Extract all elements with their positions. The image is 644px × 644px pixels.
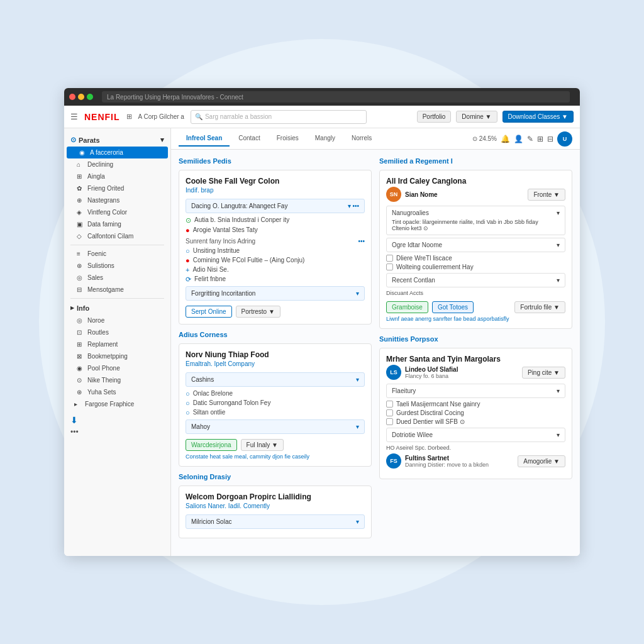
- sidebar-section-parats[interactable]: ⊙ Parats ▾: [64, 133, 170, 147]
- browser-url-bar[interactable]: La Reporting Using Herpa Innovafores - C…: [102, 91, 570, 103]
- sidebar-icon-17: ◉: [77, 365, 84, 372]
- cashins-field[interactable]: Cashins ▾: [186, 372, 365, 387]
- sidebar-item-0[interactable]: ◉ A facceroria: [67, 147, 168, 158]
- check-label-2: Arogie Vantal Stes Taty: [193, 226, 258, 233]
- checkbox-box-1[interactable]: [386, 255, 393, 262]
- tab-mangly[interactable]: Mangly: [308, 131, 343, 147]
- more-icon[interactable]: •••: [70, 428, 79, 436]
- tab-froisies[interactable]: Froisies: [269, 131, 306, 147]
- sidebar-info-section[interactable]: ▸ Info: [64, 301, 170, 314]
- browser-controls: [69, 94, 93, 100]
- sub-icon-2: ●: [186, 257, 190, 264]
- tab-infreol[interactable]: Infreol Sean: [179, 131, 230, 147]
- sidebar-label-3: Frieng Orited: [87, 185, 124, 192]
- card-welcom: Welcom Dorgoan Propirc Lialliding Salion…: [179, 486, 372, 538]
- sidebar-item-19[interactable]: ⊛ Yuha Sets: [64, 386, 170, 398]
- search-bar[interactable]: 🔍 Sarg narrable a bassion: [191, 110, 367, 124]
- nanugroalies-dropdown[interactable]: Nanugroalies ▾ Tint opacle: lilargeinmen…: [386, 206, 565, 235]
- flaeitury-expand: ▾: [557, 387, 560, 394]
- sidebar-item-4[interactable]: ⊕ Nastegrans: [64, 194, 170, 206]
- portfolio-btn[interactable]: Portfolio: [417, 111, 452, 123]
- user-icon[interactable]: 👤: [514, 135, 523, 143]
- recent-contlan-dropdown[interactable]: Recent Contlan ▾: [386, 273, 565, 287]
- avatar-fultins: FS: [386, 453, 401, 469]
- edit-icon[interactable]: ✎: [527, 135, 533, 143]
- close-btn[interactable]: [69, 94, 75, 100]
- download-icon[interactable]: ⬇: [70, 415, 164, 425]
- portresto-btn[interactable]: Portresto ▼: [236, 306, 280, 318]
- amogorlie-btn[interactable]: Amogorlie ▼: [518, 455, 565, 467]
- mrher-checkbox-2: Gurdest Disctiral Cocing: [386, 409, 565, 416]
- ogre-dropdown[interactable]: Ogre Idtar Noome ▾: [386, 238, 565, 252]
- mrher-checkbox-box-2[interactable]: [386, 409, 393, 416]
- search-placeholder: Sarg narrable a bassion: [205, 113, 272, 120]
- ping-cite-btn[interactable]: Ping cite ▼: [522, 367, 565, 379]
- tab-norrels[interactable]: Norrels: [344, 131, 379, 147]
- section-title-semilides: Semilides Pedis: [179, 157, 372, 165]
- sidebar-item-5[interactable]: ◈ Vintfeng Color: [64, 206, 170, 218]
- card-coole-title: Coole She Fall Vegr Colon: [186, 177, 365, 186]
- card-field-1[interactable]: Dacing O. Langutra: Ahangect Fay ▾ •••: [186, 199, 365, 213]
- sidebar-item-10[interactable]: ◎ Sales: [64, 272, 170, 284]
- app-header: ☰ NENFIL ⊞ A Corp Gilcher a 🔍 Sarg narra…: [64, 106, 580, 128]
- sidebar-item-15[interactable]: ⊞ Replament: [64, 338, 170, 350]
- card-caley-title: All Ird Caley Canglona: [386, 177, 565, 186]
- collapse-icon: ▸: [70, 304, 74, 312]
- sidebar-item-13[interactable]: ◎ Noroe: [64, 314, 170, 326]
- fortrulo-btn[interactable]: Fortrulo file ▼: [514, 301, 565, 313]
- hamburger-icon[interactable]: ☰: [70, 112, 78, 121]
- warcdes-btn[interactable]: Warcdesirjona: [186, 439, 237, 451]
- home-icon[interactable]: ⊞: [126, 113, 132, 121]
- sidebar-item-11[interactable]: ⊟ Mensotgame: [64, 284, 170, 296]
- mahoy-field[interactable]: Mahoy ▾: [186, 419, 365, 434]
- sidebar-item-18[interactable]: ⊙ Nike Theing: [64, 374, 170, 386]
- user-avatar[interactable]: U: [557, 131, 572, 147]
- sidebar-item-1[interactable]: ⌂ Declining: [64, 158, 170, 170]
- person-name-caley: Sian Nome: [405, 191, 438, 198]
- serpt-online-btn[interactable]: Serpt Online: [186, 306, 232, 318]
- check-items: ⊙ Autia b. Snia Industral i Conper ity ●…: [186, 216, 365, 234]
- sidebar-item-8[interactable]: ≡ Foenic: [64, 248, 170, 260]
- person-row-lindeo: LS Lindeo Uof Slafial Flancy fo. 6 bana …: [386, 365, 565, 380]
- sidebar-item-9[interactable]: ⊛ Sulistions: [64, 260, 170, 272]
- sidebar-item-16[interactable]: ⊠ Bookmetpping: [64, 350, 170, 362]
- dropdown-forgritting[interactable]: Forgritting Incoritantion ▾: [186, 286, 365, 301]
- mrher-checkbox-box-1[interactable]: [386, 401, 393, 408]
- sidebar-label-2: Aingla: [87, 173, 105, 180]
- gottotoes-btn[interactable]: Got Totoes: [432, 301, 474, 313]
- min-btn[interactable]: [78, 94, 84, 100]
- right-column: Semilied a Regement I All Ird Caley Cang…: [379, 157, 572, 545]
- fulinaly-btn[interactable]: Ful Inaly ▼: [241, 439, 284, 451]
- bell-icon[interactable]: 🔔: [501, 135, 510, 143]
- fronte-btn[interactable]: Fronte ▼: [528, 189, 565, 201]
- sidebar-item-17[interactable]: ◉ Pool Phone: [64, 362, 170, 374]
- flaeitury-dropdown[interactable]: Flaeitury ▾: [386, 384, 565, 398]
- sub-item-1: ○ Unsiting Instritue: [186, 247, 365, 255]
- max-btn[interactable]: [87, 94, 93, 100]
- norv-icon-3: ○: [186, 409, 190, 416]
- sidebar-item-2[interactable]: ⊞ Aingla: [64, 170, 170, 182]
- sidebar-item-3[interactable]: ✿ Frieng Orited: [64, 182, 170, 194]
- mrher-checkbox-box-3[interactable]: [386, 418, 393, 425]
- sidebar-icon-18: ⊙: [77, 377, 84, 384]
- sidebar-icon-0: ◉: [79, 149, 87, 156]
- domine-btn[interactable]: Domine ▼: [456, 111, 497, 123]
- sidebar-item-20[interactable]: ▸ Fargose Fraphice: [64, 398, 170, 410]
- sidebar-item-6[interactable]: ▣ Data faming: [64, 218, 170, 230]
- sidebar-item-14[interactable]: ⊡ Routles: [64, 326, 170, 338]
- sidebar-icon-4: ⊕: [77, 197, 84, 204]
- tab-contact[interactable]: Contact: [231, 131, 267, 147]
- gramboise-btn[interactable]: Gramboise: [386, 301, 428, 313]
- copy-icon[interactable]: ⊞: [537, 135, 543, 143]
- download-btn[interactable]: Download Classes ▼: [502, 111, 574, 123]
- sidebar-label-16: Bookmetpping: [87, 353, 128, 360]
- milricion-label: Milricion Solac: [191, 518, 231, 525]
- sidebar-item-7[interactable]: ◇ Calfontoni Cilam: [64, 230, 170, 242]
- checkbox-box-2[interactable]: [386, 264, 393, 270]
- sub-item-2: ● Comining We FCol Fultie – (Aing Conju): [186, 257, 365, 264]
- stats-label: ⊙ 24.5%: [472, 135, 497, 142]
- milricion-field[interactable]: Milricion Solac ▾: [186, 514, 365, 529]
- mrher-checkbox-label-2: Gurdest Disctiral Cocing: [396, 409, 464, 416]
- grid-icon[interactable]: ⊟: [547, 135, 553, 143]
- dotriotie-dropdown[interactable]: Dotriotie Wilee ▾: [386, 428, 565, 442]
